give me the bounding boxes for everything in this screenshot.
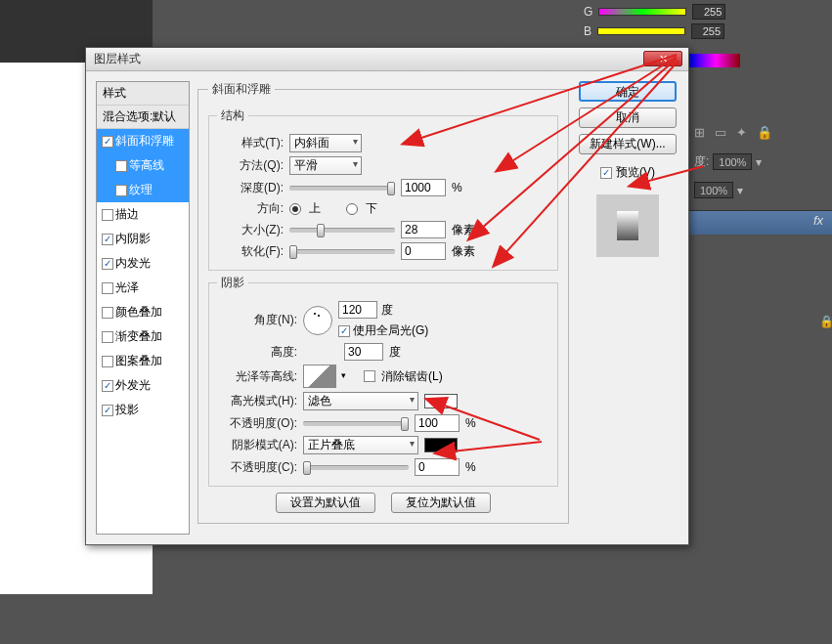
checkbox-icon[interactable]: ✓ (102, 136, 113, 148)
soften-label: 软化(F): (217, 243, 284, 260)
shadow-mode-dropdown[interactable]: 正片叠底 (303, 436, 418, 454)
style-label: 内发光 (115, 255, 151, 272)
highlight-opacity-unit: % (465, 416, 476, 430)
style-dropdown[interactable]: 内斜面 (289, 134, 362, 152)
style-label: 纹理 (129, 182, 153, 198)
angle-input[interactable] (338, 301, 377, 319)
style-bevel[interactable]: ✓ 斜面和浮雕 (97, 129, 189, 153)
highlight-opacity-label: 不透明度(O): (217, 415, 297, 432)
color-panel: G B (545, 0, 832, 51)
structure-legend: 结构 (217, 107, 248, 124)
preview-thumbnail (596, 194, 659, 257)
preview-checkbox[interactable]: ✓ (600, 167, 612, 179)
dialog-titlebar[interactable]: 图层样式 ✕ (86, 48, 688, 71)
style-label: 颜色叠加 (115, 304, 162, 321)
checkbox-icon[interactable] (102, 307, 113, 319)
structure-fieldset: 结构 样式(T): 内斜面 方法(Q): 平滑 深度(D): % (208, 107, 558, 271)
checkbox-icon[interactable] (102, 356, 113, 367)
style-list-header[interactable]: 样式 (97, 82, 189, 106)
shadow-opacity-input[interactable] (415, 458, 460, 476)
global-light-checkbox[interactable]: ✓ (338, 325, 350, 337)
layer-bar[interactable] (683, 210, 832, 235)
g-value[interactable] (692, 4, 725, 20)
checkbox-icon[interactable]: ✓ (102, 405, 113, 416)
depth-label: 深度(D): (217, 180, 284, 196)
lock-icon[interactable]: 🔒 (819, 315, 832, 328)
highlight-opacity-input[interactable] (415, 414, 460, 432)
altitude-input[interactable] (344, 343, 383, 361)
antialias-label: 消除锯齿(L) (381, 368, 443, 385)
style-inner-glow[interactable]: ✓ 内发光 (97, 251, 189, 276)
angle-unit: 度 (381, 302, 393, 319)
checkbox-icon[interactable] (102, 331, 113, 343)
g-slider[interactable] (598, 8, 686, 16)
style-texture[interactable]: 纹理 (97, 178, 189, 202)
preview-checkbox-row[interactable]: ✓ 预览(V) (600, 164, 655, 181)
checkbox-icon[interactable] (102, 209, 113, 221)
fx-icon[interactable]: fx (813, 213, 823, 228)
antialias-checkbox[interactable] (364, 370, 375, 382)
b-label: B (584, 24, 591, 38)
highlight-mode-dropdown[interactable]: 滤色 (303, 392, 418, 410)
style-inner-shadow[interactable]: ✓ 内阴影 (97, 227, 189, 251)
style-pattern-overlay[interactable]: 图案叠加 (97, 349, 189, 373)
direction-down-radio[interactable] (346, 203, 358, 215)
shadow-mode-label: 阴影模式(A): (217, 437, 297, 453)
style-gradient-overlay[interactable]: 渐变叠加 (97, 324, 189, 349)
reset-default-button[interactable]: 复位为默认值 (391, 493, 491, 513)
shadow-opacity-slider[interactable] (303, 465, 409, 470)
b-value[interactable] (691, 23, 724, 39)
depth-input[interactable] (401, 179, 446, 196)
gloss-contour-picker[interactable] (303, 365, 336, 388)
highlight-mode-label: 高光模式(H): (217, 393, 297, 409)
size-slider[interactable] (289, 228, 395, 233)
style-label: 等高线 (129, 157, 164, 174)
size-unit: 像素 (452, 222, 475, 238)
blend-options[interactable]: 混合选项:默认 (97, 106, 189, 129)
dialog-right-column: 确定 取消 新建样式(W)... ✓ 预览(V) (577, 81, 679, 535)
soften-input[interactable] (401, 242, 446, 260)
g-label: G (584, 5, 592, 19)
checkbox-icon[interactable] (115, 185, 127, 196)
soften-unit: 像素 (452, 243, 475, 260)
depth-slider[interactable] (289, 186, 395, 191)
new-style-button[interactable]: 新建样式(W)... (579, 134, 677, 154)
style-outer-glow[interactable]: ✓ 外发光 (97, 373, 189, 398)
layer-style-dialog: 图层样式 ✕ 样式 混合选项:默认 ✓ 斜面和浮雕 等高线 纹理 描边 (85, 47, 689, 545)
checkbox-icon[interactable] (102, 282, 113, 294)
style-label: 外发光 (115, 377, 151, 394)
cancel-button[interactable]: 取消 (579, 107, 677, 128)
style-label: 投影 (115, 402, 139, 418)
highlight-color-swatch[interactable] (424, 394, 458, 408)
soften-slider[interactable] (289, 249, 395, 254)
style-label: 光泽 (115, 279, 139, 296)
checkbox-icon[interactable]: ✓ (102, 234, 113, 245)
style-color-overlay[interactable]: 颜色叠加 (97, 300, 189, 324)
style-satin[interactable]: 光泽 (97, 276, 189, 300)
shading-legend: 阴影 (217, 275, 248, 291)
ok-button[interactable]: 确定 (579, 81, 677, 102)
style-stroke[interactable]: 描边 (97, 202, 189, 227)
dialog-title: 图层样式 (94, 51, 141, 67)
style-label: 描边 (115, 206, 139, 223)
size-input[interactable] (401, 221, 446, 238)
opacity-field-2[interactable]: ▾ (694, 182, 743, 198)
direction-up-radio[interactable] (289, 203, 301, 215)
set-default-button[interactable]: 设置为默认值 (276, 493, 375, 513)
style-drop-shadow[interactable]: ✓ 投影 (97, 398, 189, 422)
global-light-label: 使用全局光(G) (353, 322, 428, 339)
altitude-label: 高度: (217, 344, 297, 361)
style-contour[interactable]: 等高线 (97, 153, 189, 178)
lock-icons: ⊞▭✦🔒 (694, 125, 772, 140)
shading-fieldset: 阴影 角度(N): 度 ✓ 使用全局光(G) (208, 275, 558, 487)
checkbox-icon[interactable] (115, 160, 127, 172)
checkbox-icon[interactable]: ✓ (102, 380, 113, 392)
shadow-color-swatch[interactable] (424, 438, 458, 452)
b-slider[interactable] (597, 27, 685, 35)
highlight-opacity-slider[interactable] (303, 421, 409, 426)
close-button[interactable]: ✕ (643, 51, 682, 66)
technique-dropdown[interactable]: 平滑 (289, 156, 362, 175)
opacity-field-1[interactable]: 度:▾ (694, 153, 762, 170)
checkbox-icon[interactable]: ✓ (102, 258, 113, 270)
angle-dial[interactable] (303, 306, 332, 335)
